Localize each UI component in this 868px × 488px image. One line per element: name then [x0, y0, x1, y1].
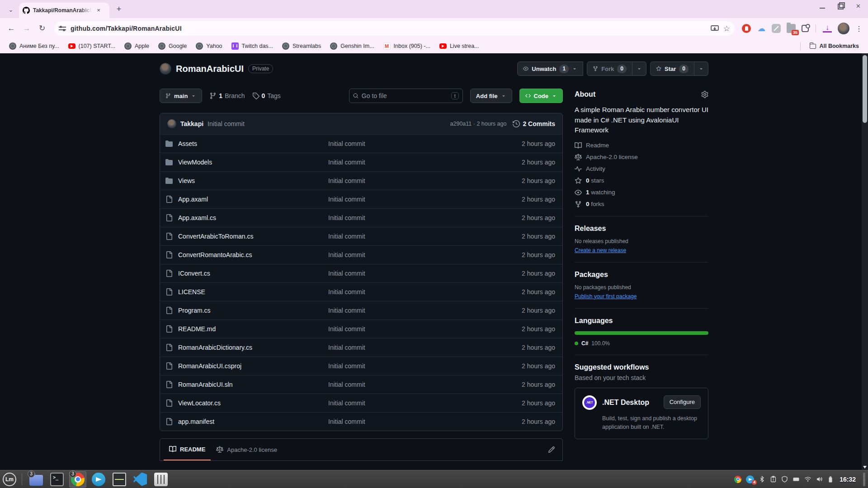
file-row[interactable]: IConvert.cs Initial commit 2 hours ago — [160, 264, 562, 282]
new-tab-button[interactable]: + — [113, 4, 125, 15]
back-button[interactable]: ← — [5, 22, 18, 35]
file-commit-message-link[interactable]: Initial commit — [328, 196, 495, 203]
taskbar-app-button[interactable]: 3 — [28, 471, 45, 488]
browser-menu-icon[interactable]: ⋮ — [855, 24, 862, 33]
star-dropdown-button[interactable] — [694, 61, 708, 76]
file-name-link[interactable]: RomanArabicUI.csproj — [178, 362, 328, 370]
file-commit-message-link[interactable]: Initial commit — [328, 399, 495, 407]
file-row[interactable]: App.axaml Initial commit 2 hours ago — [160, 190, 562, 208]
extensions-puzzle-icon[interactable] — [802, 25, 809, 32]
commit-sha-time[interactable]: a290a11 · 2 hours ago — [450, 121, 507, 127]
file-name-link[interactable]: ConvertArabicToRoman.cs — [178, 233, 328, 240]
file-row[interactable]: ConvertArabicToRoman.cs Initial commit 2… — [160, 227, 562, 245]
license-link[interactable]: Apache-2.0 license — [575, 154, 708, 161]
commit-author-link[interactable]: Takkapi — [180, 120, 203, 127]
repo-title[interactable]: RomanArabicUI — [176, 64, 244, 74]
forks-link[interactable]: 0 forks — [575, 201, 708, 208]
mint-menu-button[interactable] — [3, 473, 16, 486]
window-minimize-button[interactable] — [819, 4, 826, 10]
tab-license[interactable]: Apache-2.0 license — [211, 439, 283, 460]
branches-link[interactable]: 1Branch — [209, 92, 245, 99]
bookmark-item[interactable]: Streamlabs — [278, 41, 325, 51]
file-name-link[interactable]: README.md — [178, 325, 328, 333]
file-commit-message-link[interactable]: Initial commit — [328, 233, 495, 240]
taskbar-app-button[interactable] — [132, 471, 149, 488]
repo-owner-avatar[interactable] — [160, 63, 171, 75]
site-settings-icon[interactable] — [59, 25, 66, 32]
tags-link[interactable]: 0Tags — [252, 92, 281, 99]
file-row[interactable]: App.axaml.cs Initial commit 2 hours ago — [160, 208, 562, 227]
show-desktop-button[interactable] — [863, 473, 865, 486]
branch-selector-button[interactable]: main — [160, 89, 202, 103]
file-row[interactable]: ViewLocator.cs Initial commit 2 hours ag… — [160, 394, 562, 412]
stars-link[interactable]: 0 stars — [575, 177, 708, 184]
taskbar-clock[interactable]: 16:32 — [840, 476, 856, 483]
window-close-button[interactable] — [855, 4, 862, 10]
bookmark-item[interactable]: Google — [155, 41, 190, 51]
file-commit-message-link[interactable]: Initial commit — [328, 159, 495, 166]
file-commit-message-link[interactable]: Initial commit — [328, 214, 495, 221]
file-commit-message-link[interactable]: Initial commit — [328, 307, 495, 314]
file-commit-message-link[interactable]: Initial commit — [328, 177, 495, 184]
battery-icon[interactable] — [828, 476, 833, 483]
wifi-icon[interactable] — [804, 476, 811, 483]
publish-package-link[interactable]: Publish your first package — [575, 293, 637, 300]
tray-telegram-icon[interactable]: 4 — [746, 475, 754, 483]
file-row[interactable]: LICENSE Initial commit 2 hours ago — [160, 282, 562, 301]
address-bar[interactable]: github.com/Takkapi/RomanArabicUI ☆ — [54, 21, 735, 36]
adblock-extension-icon[interactable] — [742, 24, 751, 33]
activity-link[interactable]: Activity — [575, 165, 708, 173]
downloads-icon[interactable]: ↓ — [823, 24, 832, 33]
file-commit-message-link[interactable]: Initial commit — [328, 344, 495, 351]
profile-avatar[interactable] — [838, 23, 849, 34]
tab-readme[interactable]: README — [164, 439, 211, 460]
file-name-link[interactable]: RomanArabicDictionary.cs — [178, 344, 328, 351]
file-commit-message-link[interactable]: Initial commit — [328, 325, 495, 333]
scrollbar-thumb[interactable] — [863, 55, 867, 123]
file-commit-message-link[interactable]: Initial commit — [328, 270, 495, 277]
window-restore-button[interactable] — [837, 4, 844, 10]
bookmark-item[interactable]: Yahoo — [192, 41, 226, 51]
bookmark-item[interactable]: Twitch das... — [228, 41, 277, 51]
unwatch-button[interactable]: Unwatch 1 — [517, 61, 583, 76]
file-name-link[interactable]: App.axaml — [178, 196, 328, 203]
commit-author-avatar[interactable] — [167, 119, 176, 128]
create-release-link[interactable]: Create a new release — [575, 247, 626, 253]
bookmark-star-icon[interactable]: ☆ — [723, 24, 730, 33]
readme-link[interactable]: Readme — [575, 142, 708, 149]
file-commit-message-link[interactable]: Initial commit — [328, 288, 495, 296]
shield-icon[interactable] — [781, 476, 788, 483]
file-row[interactable]: Assets Initial commit 2 hours ago — [160, 134, 562, 153]
file-row[interactable]: Views Initial commit 2 hours ago — [160, 171, 562, 190]
watching-link[interactable]: 1 watching — [575, 189, 708, 196]
volume-icon[interactable] — [816, 476, 823, 483]
go-to-file-input[interactable] — [362, 92, 448, 99]
file-row[interactable]: ConvertRomantoArabic.cs Initial commit 2… — [160, 245, 562, 264]
file-commit-message-link[interactable]: Initial commit — [328, 140, 495, 147]
taskbar-app-button[interactable] — [152, 471, 170, 488]
disabled-extension-icon[interactable] — [772, 24, 781, 33]
fork-button[interactable]: Fork 0 — [587, 61, 632, 76]
file-row[interactable]: RomanArabicUI.csproj Initial commit 2 ho… — [160, 357, 562, 375]
commit-history-link[interactable]: 2 Commits — [513, 120, 555, 127]
file-name-link[interactable]: ViewModels — [178, 159, 328, 166]
install-icon[interactable] — [711, 25, 719, 32]
file-row[interactable]: Program.cs Initial commit 2 hours ago — [160, 301, 562, 319]
cloud-extension-icon[interactable]: ☁ — [757, 24, 766, 33]
reload-button[interactable]: ↻ — [35, 22, 49, 35]
file-name-link[interactable]: Program.cs — [178, 307, 328, 314]
keyboard-icon[interactable] — [793, 476, 800, 483]
code-button[interactable]: Code — [519, 89, 563, 103]
file-commit-message-link[interactable]: Initial commit — [328, 362, 495, 370]
bookmark-item[interactable]: Genshin Im... — [326, 41, 377, 51]
bookmark-item[interactable]: (107) START... — [65, 42, 119, 51]
file-name-link[interactable]: App.axaml.cs — [178, 214, 328, 221]
file-row[interactable]: RomanArabicDictionary.cs Initial commit … — [160, 338, 562, 357]
tab-close-icon[interactable]: × — [95, 7, 102, 14]
clipboard-icon[interactable] — [770, 476, 777, 483]
tray-chrome-icon[interactable] — [734, 476, 741, 483]
taskbar-app-button[interactable] — [90, 471, 107, 488]
file-row[interactable]: RomanArabicUI.sln Initial commit 2 hours… — [160, 375, 562, 394]
browser-tab[interactable]: Takkapi/RomanArabicUI × — [19, 3, 109, 18]
file-commit-message-link[interactable]: Initial commit — [328, 251, 495, 258]
